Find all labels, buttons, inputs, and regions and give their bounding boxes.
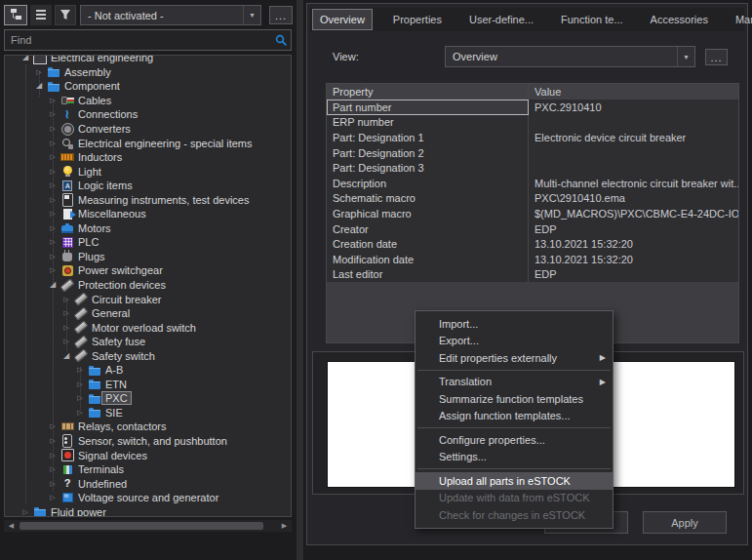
- view-dropdown[interactable]: Overview ▾: [445, 46, 695, 67]
- tab-accessories[interactable]: Accessories: [644, 10, 715, 29]
- tree-item-logic-items[interactable]: ▷Logic items: [5, 179, 277, 193]
- expand-icon[interactable]: ▷: [73, 391, 87, 405]
- property-cell[interactable]: Part number: [327, 100, 529, 115]
- tree-item-component[interactable]: ◢Component: [5, 79, 277, 94]
- menu-item-edit-properties-externally[interactable]: Edit properties externally▶: [416, 349, 613, 367]
- tab-user-define[interactable]: User-define...: [462, 10, 540, 29]
- tree-item-assembly[interactable]: ▷Assembly: [5, 65, 277, 80]
- value-cell[interactable]: EDP: [529, 268, 738, 280]
- search-input[interactable]: [5, 33, 271, 47]
- tree-item-electrical-engineering-special-items[interactable]: ▷Electrical engineering - special items: [5, 136, 277, 150]
- tree-item-pxc[interactable]: ▷PXC: [5, 391, 277, 406]
- list-view-button[interactable]: [30, 5, 52, 25]
- property-cell[interactable]: Last editor: [327, 267, 529, 283]
- expand-icon[interactable]: ▷: [59, 335, 73, 348]
- tree-item-motors[interactable]: ▷Motors: [5, 221, 277, 236]
- table-row-last-editor[interactable]: Last editorEDP: [327, 267, 738, 283]
- tree-item-electrical-engineering[interactable]: ◢Electrical engineering: [5, 55, 277, 65]
- table-row-creator[interactable]: CreatorEDP: [327, 221, 738, 237]
- value-cell[interactable]: 13.10.2021 15:32:20: [529, 238, 738, 250]
- property-cell[interactable]: Part: Designation 3: [327, 160, 529, 176]
- tree-item-circuit-breaker[interactable]: ▷Circuit breaker: [5, 292, 277, 306]
- collapse-icon[interactable]: ◢: [46, 278, 59, 292]
- tree-item-a-b[interactable]: ▷A-B: [5, 363, 277, 378]
- tree-item-undefined[interactable]: ▷?Undefined: [5, 476, 277, 491]
- tree-item-miscellaneous[interactable]: ▷Miscellaneous: [5, 207, 277, 221]
- table-row-erp-number[interactable]: ERP number: [327, 115, 738, 131]
- expand-icon[interactable]: ▷: [46, 491, 59, 504]
- expand-icon[interactable]: ▷: [46, 207, 59, 220]
- scroll-right-icon[interactable]: ▶: [278, 520, 291, 532]
- expand-icon[interactable]: ▷: [59, 293, 73, 306]
- tab-properties[interactable]: Properties: [386, 10, 449, 29]
- tree-item-converters[interactable]: ▷Converters: [5, 122, 277, 137]
- scroll-left-icon[interactable]: ◀: [5, 520, 18, 532]
- expand-icon[interactable]: ▷: [46, 107, 59, 121]
- table-row-description[interactable]: DescriptionMulti-channel electronic circ…: [327, 176, 738, 191]
- table-row-creation-date[interactable]: Creation date13.10.2021 15:32:20: [327, 236, 738, 252]
- menu-item-configure-properties[interactable]: Configure properties...: [416, 431, 613, 449]
- property-cell[interactable]: Creator: [327, 221, 529, 237]
- tree-item-power-switchgear[interactable]: ▷Power switchgear: [5, 263, 277, 278]
- tree-item-fluid-power[interactable]: ▷Fluid power: [5, 505, 277, 518]
- expand-icon[interactable]: ▷: [46, 420, 59, 433]
- property-cell[interactable]: Creation date: [327, 236, 529, 252]
- expand-icon[interactable]: ▷: [59, 321, 73, 335]
- expand-icon[interactable]: ▷: [46, 150, 59, 164]
- tree-item-plc[interactable]: ▷PLC: [5, 235, 277, 250]
- tab-function-te[interactable]: Function te...: [554, 10, 630, 29]
- tree-view-button[interactable]: [4, 5, 27, 25]
- menu-item-import[interactable]: Import...: [416, 315, 613, 333]
- menu-item-assign-function-templates[interactable]: Assign function templates...: [416, 408, 613, 425]
- expand-icon[interactable]: ▷: [46, 122, 59, 136]
- expand-icon[interactable]: ▷: [46, 94, 59, 107]
- menu-item-translation[interactable]: Translation▶: [416, 374, 613, 391]
- property-column-header[interactable]: Property: [327, 84, 529, 100]
- expand-icon[interactable]: ▷: [73, 406, 87, 420]
- collapse-icon[interactable]: ◢: [19, 55, 32, 64]
- property-cell[interactable]: Description: [327, 176, 529, 191]
- property-cell[interactable]: Graphical macro: [327, 206, 529, 221]
- value-column-header[interactable]: Value: [529, 86, 738, 98]
- tree-item-connections[interactable]: ▷≀Connections: [5, 107, 277, 122]
- tree-item-general[interactable]: ▷General: [5, 306, 277, 321]
- tree-item-signal-devices[interactable]: ▷Signal devices: [5, 448, 277, 462]
- expand-icon[interactable]: ▷: [46, 221, 59, 235]
- expand-icon[interactable]: ▷: [46, 462, 59, 476]
- tree-item-etn[interactable]: ▷ETN: [5, 378, 277, 392]
- value-cell[interactable]: PXC.2910410: [529, 101, 738, 113]
- collapse-icon[interactable]: ◢: [59, 349, 73, 363]
- value-cell[interactable]: Electronic device circuit breaker: [529, 132, 738, 143]
- tab-overview[interactable]: Overview: [312, 9, 373, 30]
- tree-item-relays-contactors[interactable]: ▷Relays, contactors: [5, 420, 277, 434]
- tree-item-terminals[interactable]: ▷Terminals: [5, 462, 277, 477]
- table-row-part-designation-1[interactable]: Part: Designation 1Electronic device cir…: [327, 130, 738, 145]
- filter-scheme-dropdown[interactable]: - Not activated - ▾: [80, 5, 261, 25]
- tree-item-light[interactable]: ▷Light: [5, 164, 277, 179]
- tree-item-sie[interactable]: ▷SIE: [5, 406, 277, 420]
- panel-splitter[interactable]: [297, 0, 303, 560]
- tree-horizontal-scrollbar[interactable]: ◀ ▶: [4, 520, 292, 532]
- tab-manufactur[interactable]: Manufactur...: [729, 10, 752, 29]
- value-cell[interactable]: PXC\2910410.ema: [529, 192, 738, 204]
- tree-item-plugs[interactable]: ▷Plugs: [5, 250, 277, 264]
- expand-icon[interactable]: ▷: [59, 306, 73, 320]
- expand-icon[interactable]: ▷: [32, 65, 46, 79]
- value-cell[interactable]: 13.10.2021 15:32:20: [529, 254, 738, 265]
- menu-item-summarize-function-templates[interactable]: Summarize function templates: [416, 390, 613, 408]
- tree-item-inductors[interactable]: ▷Inductors: [5, 150, 277, 165]
- expand-icon[interactable]: ▷: [46, 250, 59, 263]
- property-cell[interactable]: Modification date: [327, 252, 529, 267]
- table-row-part-designation-2[interactable]: Part: Designation 2: [327, 145, 738, 161]
- expand-icon[interactable]: ▷: [46, 477, 59, 491]
- value-cell[interactable]: Multi-channel electronic circuit breaker…: [529, 178, 738, 189]
- tree-item-sensor-switch-and-pushbutton[interactable]: ▷Sensor, switch, and pushbutton: [5, 434, 277, 449]
- table-row-schematic-macro[interactable]: Schematic macroPXC\2910410.ema: [327, 191, 738, 207]
- tree-item-measuring-instruments-test-devices[interactable]: ▷Measuring instruments, test devices: [5, 192, 277, 207]
- value-cell[interactable]: $(MD_MACROS)\PXC\CBMC-E4-24DC-IOL...: [529, 208, 738, 220]
- tree-item-safety-fuse[interactable]: ▷Safety fuse: [5, 335, 277, 349]
- expand-icon[interactable]: ▷: [46, 193, 59, 207]
- tree-item-protection-devices[interactable]: ◢Protection devices: [5, 278, 277, 293]
- property-cell[interactable]: Schematic macro: [327, 191, 529, 207]
- filter-more-button[interactable]: ...: [269, 6, 293, 24]
